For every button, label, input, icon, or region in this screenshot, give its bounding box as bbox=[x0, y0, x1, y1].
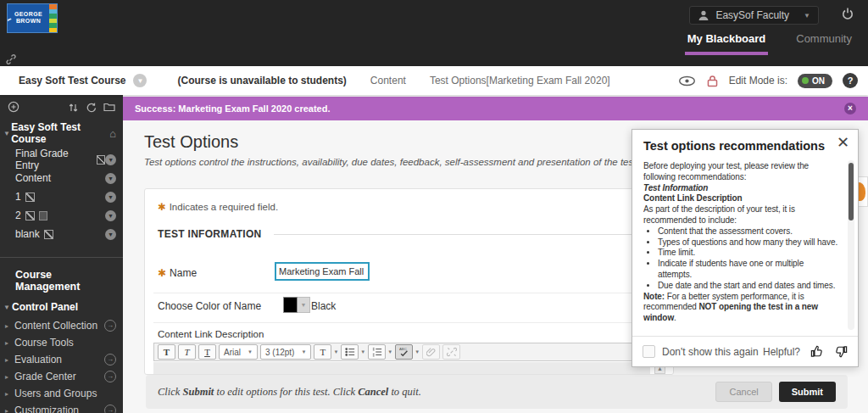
edit-mode-toggle[interactable]: ON bbox=[798, 74, 832, 88]
folder-view-icon[interactable] bbox=[103, 102, 115, 112]
panel-footer: Don't show this again Helpful? bbox=[632, 336, 858, 366]
refresh-icon[interactable] bbox=[86, 102, 97, 113]
lock-icon[interactable] bbox=[706, 75, 719, 87]
collapse-caret-icon[interactable]: ▼ bbox=[3, 130, 11, 137]
attach-file-button bbox=[422, 344, 440, 360]
sidebar-item-content-collection[interactable]: ▸ Content Collection → bbox=[0, 317, 123, 334]
george-brown-logo[interactable]: GEORGE BROWN bbox=[7, 3, 58, 33]
main-content: Success: Marketing Exam Fall 2020 create… bbox=[123, 95, 868, 413]
breadcrumb-content[interactable]: Content bbox=[370, 75, 406, 87]
page-subtitle: Test options control the instructions, a… bbox=[144, 157, 687, 167]
recommendations-panel: Test options recommendations ✕ Before de… bbox=[632, 129, 859, 367]
item-options-chevron-icon[interactable]: ▼ bbox=[105, 229, 116, 240]
control-panel-header[interactable]: ▼ Control Panel bbox=[0, 298, 123, 317]
student-preview-icon[interactable] bbox=[678, 75, 696, 87]
cp-item-label: Users and Groups bbox=[14, 388, 97, 399]
item-options-chevron-icon[interactable]: ▼ bbox=[105, 173, 116, 184]
tab-community[interactable]: Community bbox=[793, 31, 854, 52]
chevron-down-icon: ▼ bbox=[804, 12, 810, 20]
logout-button[interactable] bbox=[841, 7, 854, 24]
underline-button[interactable]: T bbox=[198, 344, 216, 360]
color-picker[interactable]: ▼ bbox=[283, 297, 310, 313]
open-arrow-icon[interactable]: → bbox=[104, 320, 116, 332]
close-panel-icon[interactable]: ✕ bbox=[837, 133, 849, 152]
thumbs-up-icon[interactable] bbox=[810, 345, 823, 358]
breadcrumb-course[interactable]: Easy Soft Test Course bbox=[19, 75, 125, 87]
cp-item-label: Evaluation bbox=[14, 354, 62, 366]
spellcheck-button[interactable]: ABC bbox=[395, 344, 413, 360]
color-swatch-black[interactable] bbox=[283, 297, 298, 313]
font-size-select[interactable]: 3 (12pt)▼ bbox=[260, 344, 311, 360]
scrollbar-thumb[interactable] bbox=[849, 163, 854, 220]
editor-content-area[interactable] bbox=[153, 362, 650, 374]
user-menu[interactable]: EasySof Faculty ▼ bbox=[689, 6, 819, 25]
instr-text: to edit options for this test. Click bbox=[214, 386, 358, 398]
bullet-list-button[interactable] bbox=[341, 344, 359, 360]
sidebar-item-customization[interactable]: ▸ Customization → bbox=[0, 402, 123, 413]
sidebar-item-2[interactable]: 2 ▼ bbox=[0, 206, 123, 225]
recommendation-item: Types of questions and how many they wil… bbox=[658, 237, 840, 248]
expand-triangle-icon[interactable]: ▸ bbox=[5, 373, 14, 381]
blackboard-app: GEORGE BROWN EasySof Faculty ▼ My Blackb… bbox=[0, 0, 868, 413]
text-color-button[interactable]: T bbox=[314, 344, 331, 360]
sidebar-item-blank[interactable]: blank ▼ bbox=[0, 225, 123, 243]
open-arrow-icon[interactable]: → bbox=[104, 354, 116, 366]
note-label: Note: bbox=[643, 292, 665, 301]
cp-item-label: Grade Center bbox=[14, 371, 76, 382]
panel-scrollbar[interactable] bbox=[848, 160, 854, 330]
sidebar-item-evaluation[interactable]: ▸ Evaluation → bbox=[0, 351, 123, 368]
user-name: EasySof Faculty bbox=[715, 9, 789, 21]
help-button[interactable]: ? bbox=[843, 73, 858, 88]
expand-triangle-icon[interactable]: ▸ bbox=[5, 390, 14, 398]
instr-cancel-word: Cancel bbox=[358, 386, 388, 398]
item-label: 1 bbox=[15, 191, 21, 203]
sidebar-item-grade-center[interactable]: ▸ Grade Center → bbox=[0, 368, 123, 385]
course-menu-chevron-icon[interactable]: ▼ bbox=[133, 74, 147, 87]
edit-mode-label: Edit Mode is: bbox=[729, 75, 787, 87]
top-header: GEORGE BROWN EasySof Faculty ▼ My Blackb… bbox=[0, 0, 868, 66]
sidebar-course-title[interactable]: ▼ Easy Soft Test Course ⌂ bbox=[0, 116, 123, 150]
required-asterisk: ✱ bbox=[158, 202, 166, 212]
close-alert-icon[interactable]: × bbox=[844, 103, 856, 114]
panel-title: Test options recommendations bbox=[643, 139, 825, 153]
rich-text-toolbar: T T T Arial▼ 3 (12pt)▼ T▼ ▼ ▼ ABC▼ bbox=[153, 343, 665, 361]
expand-triangle-icon[interactable]: ▸ bbox=[5, 407, 14, 413]
cancel-button[interactable]: Cancel bbox=[715, 382, 771, 402]
item-label: Final Grade Entry bbox=[15, 148, 92, 171]
item-options-chevron-icon[interactable]: ▼ bbox=[105, 210, 116, 221]
submit-button[interactable]: Submit bbox=[779, 382, 836, 402]
chevron-down-icon: ▼ bbox=[387, 349, 392, 354]
sidebar-item-1[interactable]: 1 ▼ bbox=[0, 187, 123, 206]
logo-color-strip bbox=[49, 4, 57, 32]
item-options-chevron-icon[interactable]: ▼ bbox=[105, 154, 116, 165]
home-icon[interactable]: ⌂ bbox=[109, 127, 116, 140]
spacer bbox=[643, 324, 840, 331]
expand-triangle-icon[interactable]: ▸ bbox=[5, 356, 14, 364]
dont-show-checkbox[interactable] bbox=[643, 345, 655, 358]
sidebar-item-course-tools[interactable]: ▸ Course Tools bbox=[0, 334, 123, 351]
bold-button[interactable]: T bbox=[158, 344, 175, 360]
chevron-down-icon: ▼ bbox=[333, 349, 338, 354]
expand-triangle-icon[interactable]: ▸ bbox=[5, 322, 14, 330]
color-dropdown-chevron-icon[interactable]: ▼ bbox=[298, 297, 310, 313]
sidebar-item-final-grade-entry[interactable]: Final Grade Entry ▼ bbox=[0, 150, 123, 169]
sidebar-item-users-and-groups[interactable]: ▸ Users and Groups bbox=[0, 385, 123, 402]
note-end: . bbox=[674, 313, 676, 322]
numbered-list-button[interactable] bbox=[368, 344, 386, 360]
sidebar-item-content[interactable]: Content ▼ bbox=[0, 169, 123, 187]
hidden-item-icon bbox=[97, 155, 106, 165]
name-input[interactable] bbox=[275, 262, 370, 281]
thumbs-down-icon[interactable] bbox=[835, 345, 848, 358]
tab-my-blackboard[interactable]: My Blackboard bbox=[685, 31, 768, 55]
italic-button[interactable]: T bbox=[178, 344, 196, 360]
item-options-chevron-icon[interactable]: ▼ bbox=[105, 192, 116, 203]
instr-text: to quit. bbox=[388, 386, 421, 398]
open-arrow-icon[interactable]: → bbox=[104, 371, 116, 382]
open-arrow-icon[interactable]: → bbox=[104, 405, 116, 413]
hidden-item-icon bbox=[25, 193, 35, 202]
add-menu-item-icon[interactable] bbox=[8, 101, 19, 113]
font-family-select[interactable]: Arial▼ bbox=[219, 344, 258, 360]
reorder-icon[interactable] bbox=[68, 102, 79, 113]
edit-mode-state: ON bbox=[812, 76, 825, 86]
expand-triangle-icon[interactable]: ▸ bbox=[5, 339, 14, 347]
